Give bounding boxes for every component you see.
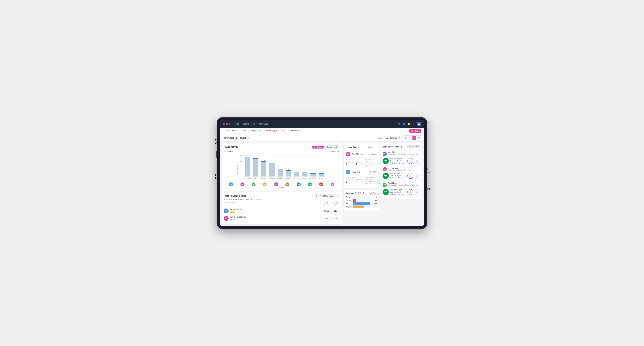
bell-icon[interactable]: 🔔 [408, 123, 410, 125]
shot-player-sub-1: 23 Jul 2023 · Ashridge GC, Hole 15 [388, 170, 420, 171]
scoring-players-dropdown[interactable]: All Players [369, 192, 382, 195]
scoring-label-pars: Pars [346, 202, 353, 204]
lb-player-name-1: Edward Crossman [230, 216, 322, 218]
active-player-name-0: Blair McHarg [352, 153, 366, 155]
add-icon[interactable]: ⊕ [413, 123, 415, 125]
on-course-btn[interactable]: On Course [312, 146, 324, 149]
scoring-val-eagles: 3 [371, 196, 376, 198]
scoring-val-birdies: 96 [371, 199, 376, 201]
avatar-7[interactable]: MM [308, 182, 312, 186]
svg-text:13: 13 [246, 155, 248, 157]
main-content: Player Activity On Course Practice Drill… [220, 142, 424, 226]
shot-chevron-2[interactable]: › [420, 183, 420, 186]
lb-row-0: RB Richard Butler 🥇 1 19/20 110 [224, 207, 340, 215]
avatar-1[interactable]: RB [240, 182, 244, 186]
user-avatar[interactable]: JD [417, 122, 422, 126]
svg-text:Total Rounds: Total Rounds [236, 165, 238, 174]
most-active-tab[interactable]: Most Active [346, 145, 361, 149]
svg-text:E. Ebert: E. Ebert [278, 177, 283, 179]
leaderboard-cols: PLAYER NAME PB SCORE PB AVG SQ [224, 202, 340, 206]
tablet-screen: clippd Home Teams My Performance 🔍 👥 🔔 ⊕… [220, 120, 424, 226]
chart-dropdown[interactable]: Total Rounds [325, 150, 340, 153]
avatar-9[interactable]: LR [330, 182, 334, 186]
settings-icon[interactable]: ⚙ [417, 136, 421, 140]
bar-ecrossman[interactable] [310, 173, 316, 176]
tab-all-players[interactable]: All Players [287, 128, 301, 134]
svg-text:2: 2 [312, 172, 314, 173]
avatar-0[interactable]: BM [229, 182, 233, 186]
shot-stat1-2: 16 yds [408, 189, 413, 195]
nav-performance[interactable]: My Performance [253, 123, 268, 125]
svg-text:E. Cross.: E. Cross. [310, 177, 316, 179]
grid-icon[interactable]: ▦ [404, 136, 407, 140]
bar-lrobertson[interactable] [319, 173, 324, 176]
bar-mmiller[interactable] [302, 172, 308, 176]
total-practice-label-1: Total Practice Activities [366, 177, 381, 180]
least-active-tab[interactable]: Least Active [361, 145, 375, 149]
lb-player-info-1: Edward Crossman 🥈 2 [230, 216, 322, 221]
lb-avatar-1: EC [224, 216, 228, 221]
bar-gbillingham[interactable] [286, 171, 291, 176]
avatar-3[interactable]: JC [263, 182, 267, 186]
par-dropdown[interactable]: Par 3, 4 & 5s [354, 192, 368, 195]
shot-details-row-2: 198 SG Shot Dist: 16 ydsStart Lie: Rough… [382, 189, 420, 195]
chart-section-title: On Course [224, 151, 233, 153]
tab-pgat-players[interactable]: PGAT Players [222, 128, 240, 134]
nav-bar: clippd Home Teams My Performance 🔍 👥 🔔 ⊕… [220, 120, 424, 128]
shot-chevron-0[interactable]: › [420, 153, 420, 155]
active-player-info-1: Rees Britt [352, 171, 366, 173]
tournament-val-1: 8 [346, 181, 354, 183]
lb-badge-0: 🥇 1 [230, 211, 235, 213]
bar-bmcharg[interactable] [245, 157, 250, 176]
scoring-bar-birdies: Birdies 96 [346, 199, 376, 202]
avatar-5[interactable]: GB [286, 182, 289, 186]
shot-chevron-1[interactable]: › [420, 168, 420, 171]
total-practice-label-0: Total Practice Activities [366, 159, 381, 163]
middle-panel: Most Active Least Active BM Blair McHarg… [344, 143, 379, 224]
all-players-dropdown[interactable]: All Players [408, 145, 420, 148]
lb-badge-1: 🥈 2 [230, 219, 235, 221]
shot-info-2: Shot Dist: 16 ydsStart Lie: RoughEnd Lie… [390, 189, 406, 195]
leaderboard-dropdown[interactable]: PUTT Must Make Putting ... [314, 194, 340, 197]
nav-teams[interactable]: Teams [243, 123, 249, 125]
nav-icons: 🔍 👥 🔔 ⊕ JD [398, 122, 422, 126]
avatar-6[interactable]: RB [297, 182, 301, 186]
show-dropdown[interactable]: Last 3 months [384, 136, 402, 140]
nav-home[interactable]: Home [234, 123, 240, 125]
leaderboard-subtitle: PUTT Must Make Putting (3-6 ft), Last 3 … [224, 198, 340, 200]
heart-icon[interactable]: ♥ [412, 136, 416, 140]
edit-icon[interactable]: ✏️ [247, 137, 250, 139]
best-shots-header: Best Shots All Shots ▾ All Players [382, 145, 420, 148]
practice-drills-btn[interactable]: Practice Drills [325, 145, 340, 149]
tab-hcaps[interactable]: Hcaps 1-5 [248, 128, 262, 134]
search-icon[interactable]: 🔍 [398, 123, 400, 125]
add-team-button[interactable]: Add Team [409, 129, 422, 133]
all-shots-tab[interactable]: All Shots [394, 146, 402, 148]
svg-text:10: 10 [240, 160, 242, 162]
scoring-header: Scoring Par 3, 4 & 5s All Players [346, 192, 376, 195]
team-header: Team Clippd | 14 Players ✏️ Show: Last 3… [220, 134, 424, 142]
logo: clippd [222, 123, 230, 125]
avatar-2[interactable]: DF [252, 182, 256, 186]
svg-text:D. Ford: D. Ford [261, 177, 266, 179]
bar-jcoles[interactable] [269, 163, 274, 176]
bar-rbutler[interactable] [294, 172, 299, 176]
scoring-bar-wrap-pars [353, 202, 370, 205]
scoring-bar-eagles: Eagles 3 [346, 196, 376, 198]
tab-team-clippd[interactable]: Team Clippd [262, 128, 279, 134]
tab-pga[interactable]: PGA [240, 128, 248, 134]
tab-tour[interactable]: Tour [279, 128, 287, 134]
bar-dford[interactable] [261, 162, 266, 176]
avatar-4[interactable]: EE [274, 182, 278, 186]
active-player-info-0: Blair McHarg [352, 153, 366, 155]
sub-nav: PGAT Players PGA Hcaps 1-5 Team Clippd T… [220, 128, 424, 134]
shots-chevron: ▾ [403, 146, 404, 148]
player-activity-header: Player Activity On Course Practice Drill… [224, 145, 340, 149]
svg-text:15: 15 [240, 155, 242, 156]
scoring-card: Scoring Par 3, 4 & 5s All Players E [344, 190, 379, 211]
avatar-8[interactable]: EC [319, 182, 323, 186]
bar-eebert[interactable] [278, 169, 283, 176]
list-icon[interactable]: ≡ [408, 136, 412, 140]
bar-rbritt[interactable] [253, 159, 258, 176]
users-icon[interactable]: 👥 [402, 123, 406, 125]
